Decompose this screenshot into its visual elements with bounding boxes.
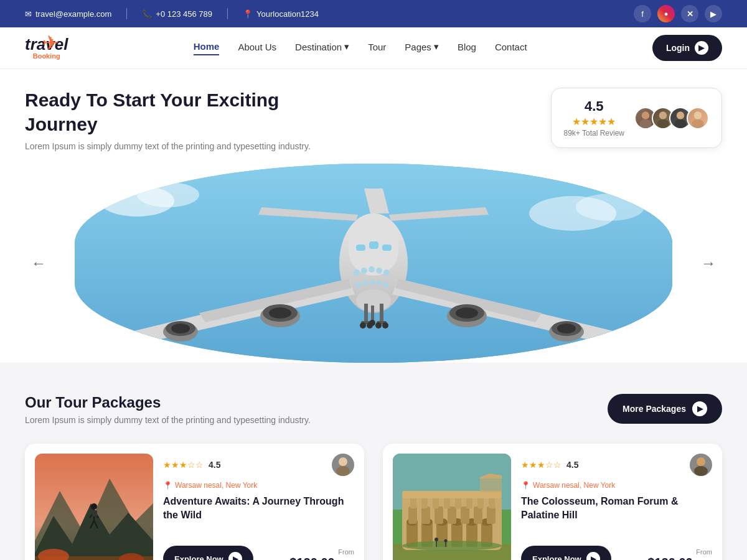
package-2-image	[393, 454, 511, 560]
review-count: 89k+ Total Review	[564, 129, 625, 138]
instagram-icon[interactable]: ●	[657, 5, 675, 22]
svg-point-37	[269, 307, 291, 319]
login-button[interactable]: Login ▶	[652, 35, 722, 61]
package-1-price: From $120.00 /night	[289, 548, 354, 561]
svg-point-12	[576, 194, 644, 221]
packages-subtitle: Lorem Ipsum is simply dummy text of the …	[25, 415, 311, 425]
svg-point-27	[377, 281, 382, 286]
package-1-avatar	[332, 454, 354, 476]
colosseum-illustration	[393, 454, 511, 560]
package-2-stars: ★★★☆☆	[521, 460, 561, 470]
package-2-content: ★★★☆☆ 4.5 📍 Warsaw nesal, New York The C…	[521, 454, 712, 560]
svg-marker-58	[87, 338, 113, 353]
review-stars: ★★★★★	[572, 116, 616, 128]
svg-rect-108	[480, 478, 502, 492]
svg-point-56	[369, 320, 375, 326]
svg-point-53	[375, 322, 382, 329]
nav-home[interactable]: Home	[194, 41, 220, 55]
package-1-image	[35, 454, 153, 560]
package-1-content: ★★★☆☆ 4.5 📍 Warsaw nesal, New York Adven…	[163, 454, 354, 560]
package-2-bottom: Explore Now ▶ From $120.00 /night	[521, 546, 712, 560]
nav-contact[interactable]: Contact	[495, 42, 527, 55]
nav-destination[interactable]: Destination ▾	[295, 41, 349, 55]
svg-point-1	[639, 119, 652, 128]
svg-rect-95	[461, 506, 469, 524]
svg-point-25	[363, 281, 368, 286]
logo[interactable]: ✈ travel Booking	[25, 36, 68, 60]
svg-point-20	[361, 268, 367, 274]
facebook-icon[interactable]: f	[634, 5, 651, 22]
email-icon: ✉	[25, 9, 32, 19]
svg-point-116	[694, 466, 708, 476]
svg-rect-16	[369, 241, 378, 249]
twitter-icon[interactable]: ✕	[681, 5, 698, 22]
svg-point-24	[356, 282, 361, 287]
packages-title-area: Our Tour Packages Lorem Ipsum is simply …	[25, 394, 311, 425]
hero-plane-image	[75, 164, 672, 363]
package-1-stars: ★★★☆☆	[163, 460, 204, 470]
location-text: Yourlocation1234	[256, 9, 319, 19]
svg-point-19	[354, 269, 360, 276]
svg-rect-47	[364, 304, 368, 322]
hero-text: Ready To Start Your Exciting Journey Lor…	[25, 88, 336, 151]
plane-wrapper: ←	[25, 164, 722, 363]
package-2-name: The Colosseum, Roman Forum & Palatine Hi…	[521, 495, 712, 523]
package-1-location: 📍 Warsaw nesal, New York	[163, 481, 354, 490]
package-2-price-from: From	[647, 548, 712, 556]
svg-point-0	[642, 111, 649, 119]
hero-subtitle: Lorem Ipsum is simply dummy text of the …	[25, 141, 336, 151]
package-1-price-from: From	[289, 548, 354, 556]
location-pin-icon-2: 📍	[521, 481, 530, 490]
youtube-icon[interactable]: ▶	[705, 5, 722, 22]
nav-pages[interactable]: Pages ▾	[405, 41, 439, 55]
nav-blog[interactable]: Blog	[458, 42, 476, 55]
package-card-1: ★★★☆☆ 4.5 📍 Warsaw nesal, New York Adven…	[25, 444, 364, 560]
hero-header: Ready To Start Your Exciting Journey Lor…	[25, 88, 722, 151]
explore-package-1-button[interactable]: Explore Now ▶	[163, 546, 253, 560]
svg-point-115	[697, 457, 705, 466]
packages-header: Our Tour Packages Lorem Ipsum is simply …	[25, 394, 722, 425]
svg-point-74	[336, 466, 350, 476]
svg-rect-93	[435, 506, 443, 524]
package-1-rating: ★★★☆☆ 4.5	[163, 454, 354, 476]
package-1-price-amount: $120.00	[289, 556, 334, 561]
svg-rect-92	[421, 506, 430, 524]
social-links: f ● ✕ ▶	[634, 5, 722, 22]
svg-point-23	[383, 269, 390, 276]
avatar-4	[687, 107, 709, 129]
svg-point-110	[402, 541, 502, 551]
package-1-top: ★★★☆☆ 4.5 📍 Warsaw nesal, New York Adven…	[163, 454, 354, 530]
top-bar-contact: ✉ travel@example.com 📞 +0 123 456 789 📍 …	[25, 8, 319, 19]
packages-title: Our Tour Packages	[25, 394, 311, 411]
svg-rect-55	[371, 306, 374, 321]
nav-about[interactable]: About Us	[238, 42, 276, 55]
explore-package-2-button[interactable]: Explore Now ▶	[521, 546, 611, 560]
location-icon: 📍	[243, 9, 253, 19]
svg-marker-59	[634, 338, 660, 353]
phone-item: 📞 +0 123 456 789	[142, 9, 212, 19]
destination-dropdown-icon: ▾	[344, 41, 349, 52]
review-info: 4.5 ★★★★★ 89k+ Total Review	[564, 98, 625, 138]
location-pin-icon: 📍	[163, 481, 172, 490]
svg-point-7	[692, 119, 704, 128]
carousel-next-button[interactable]: →	[701, 254, 716, 272]
package-2-price: From $120.00 /night	[647, 548, 712, 561]
nav-tour[interactable]: Tour	[368, 42, 386, 55]
review-card: 4.5 ★★★★★ 89k+ Total Review	[551, 88, 723, 148]
svg-point-54	[382, 322, 388, 329]
package-1-bottom: Explore Now ▶ From $120.00 /night	[163, 546, 354, 560]
carousel-prev-button[interactable]: ←	[31, 254, 46, 272]
pages-dropdown-icon: ▾	[434, 41, 439, 52]
navbar: ✈ travel Booking Home About Us Destinati…	[0, 27, 747, 69]
package-2-rating-num: 4.5	[566, 460, 578, 470]
svg-point-3	[657, 119, 669, 128]
more-packages-button[interactable]: More Packages ▶	[608, 394, 722, 424]
top-bar: ✉ travel@example.com 📞 +0 123 456 789 📍 …	[0, 0, 747, 27]
svg-point-73	[339, 457, 347, 466]
review-avatars	[634, 107, 709, 129]
svg-point-21	[369, 266, 375, 273]
package-2-price-amount: $120.00	[647, 556, 692, 561]
svg-point-5	[674, 119, 687, 128]
nav-links: Home About Us Destination ▾ Tour Pages ▾…	[194, 41, 527, 55]
svg-point-113	[444, 539, 448, 543]
